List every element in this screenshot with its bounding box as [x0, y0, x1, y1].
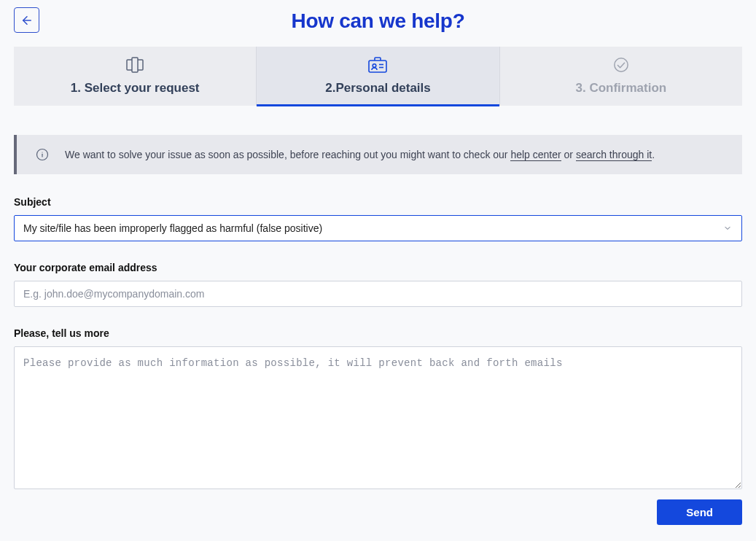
svg-rect-2: [369, 61, 386, 72]
details-textarea[interactable]: [14, 346, 742, 489]
step-select-request[interactable]: 1. Select your request: [14, 47, 257, 106]
svg-rect-1: [132, 58, 138, 72]
help-center-link[interactable]: help center: [510, 149, 561, 161]
details-label: Please, tell us more: [14, 327, 742, 339]
email-label: Your corporate email address: [14, 262, 742, 273]
id-card-icon: [368, 57, 387, 73]
info-icon: [36, 148, 49, 161]
subject-label: Subject: [14, 196, 742, 208]
step-label: 1. Select your request: [14, 81, 256, 96]
svg-point-3: [373, 64, 377, 68]
page-title: How can we help?: [14, 7, 742, 33]
step-indicator: 1. Select your request 2.Personal detail…: [14, 47, 742, 106]
info-banner: We want to solve your issue as soon as p…: [14, 135, 742, 174]
step-label: 3. Confirmation: [500, 81, 742, 96]
step-personal-details[interactable]: 2.Personal details: [257, 47, 499, 106]
back-button[interactable]: [14, 7, 39, 33]
subject-selected-value: My site/file has been improperly flagged…: [23, 222, 322, 234]
svg-point-6: [615, 58, 628, 71]
step-confirmation: 3. Confirmation: [500, 47, 742, 106]
check-circle-icon: [613, 57, 629, 73]
send-button[interactable]: Send: [657, 499, 742, 525]
subject-select[interactable]: My site/file has been improperly flagged…: [14, 215, 742, 241]
devices-icon: [125, 57, 145, 73]
info-text: We want to solve your issue as soon as p…: [65, 149, 655, 160]
search-help-link[interactable]: search through it: [576, 149, 652, 161]
step-label: 2.Personal details: [257, 81, 499, 96]
email-field[interactable]: [14, 281, 742, 307]
arrow-left-icon: [20, 14, 34, 27]
